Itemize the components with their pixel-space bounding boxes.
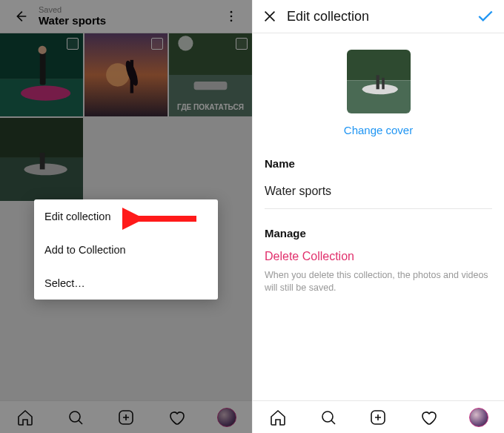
name-label: Name xyxy=(265,157,492,170)
left-screen: Saved Water sports xyxy=(0,0,252,433)
nav-activity[interactable] xyxy=(419,408,438,427)
svg-point-29 xyxy=(322,411,333,422)
plus-square-icon xyxy=(117,409,135,426)
nav-search[interactable] xyxy=(319,408,338,427)
nav-new-post[interactable] xyxy=(368,408,388,427)
delete-hint: When you delete this collection, the pho… xyxy=(265,269,492,294)
svg-point-26 xyxy=(362,84,397,94)
close-button[interactable] xyxy=(262,8,287,24)
avatar-icon xyxy=(217,408,236,427)
search-icon xyxy=(67,409,84,426)
svg-rect-28 xyxy=(382,78,384,89)
change-cover-link[interactable]: Change cover xyxy=(253,124,504,136)
bottom-nav xyxy=(0,400,252,433)
right-topbar: Edit collection xyxy=(253,0,504,33)
right-screen: Edit collection Change cover xyxy=(252,0,504,433)
menu-add-to-collection[interactable]: Add to Collection xyxy=(34,233,218,266)
name-section: Name Water sports xyxy=(253,148,504,218)
confirm-button[interactable] xyxy=(470,7,495,26)
name-field[interactable]: Water sports xyxy=(265,185,492,209)
nav-home[interactable] xyxy=(16,408,35,427)
nav-home[interactable] xyxy=(268,408,288,427)
check-icon xyxy=(476,7,495,26)
saved-grid: ГДЕ ПОКАТАТЬСЯ Edit coll xyxy=(0,33,252,400)
cover-image[interactable] xyxy=(347,50,411,113)
manage-label: Manage xyxy=(265,227,492,239)
nav-profile[interactable] xyxy=(217,408,236,427)
delete-collection-button[interactable]: Delete Collection xyxy=(265,250,492,263)
nav-search[interactable] xyxy=(66,408,85,427)
menu-select[interactable]: Select… xyxy=(34,266,218,300)
close-icon xyxy=(262,8,278,24)
home-icon xyxy=(269,409,287,426)
nav-new-post[interactable] xyxy=(116,408,136,427)
search-icon xyxy=(319,409,337,426)
modal-backdrop-top xyxy=(0,0,252,33)
nav-activity[interactable] xyxy=(167,408,186,427)
context-menu: Edit collection Add to Collection Select… xyxy=(34,199,218,300)
nav-profile[interactable] xyxy=(469,408,488,427)
svg-rect-27 xyxy=(376,75,379,89)
edit-content: Change cover Name Water sports Manage De… xyxy=(253,33,504,400)
manage-section: Manage Delete Collection When you delete… xyxy=(253,218,504,303)
plus-square-icon xyxy=(369,409,387,426)
svg-point-22 xyxy=(70,411,80,422)
edit-title: Edit collection xyxy=(287,9,470,24)
menu-edit-collection[interactable]: Edit collection xyxy=(34,199,218,233)
avatar-icon xyxy=(469,408,488,427)
cover-section: Change cover xyxy=(253,33,504,148)
heart-icon xyxy=(420,409,437,426)
bottom-nav xyxy=(253,400,504,433)
home-icon xyxy=(16,409,34,426)
heart-icon xyxy=(168,409,185,426)
